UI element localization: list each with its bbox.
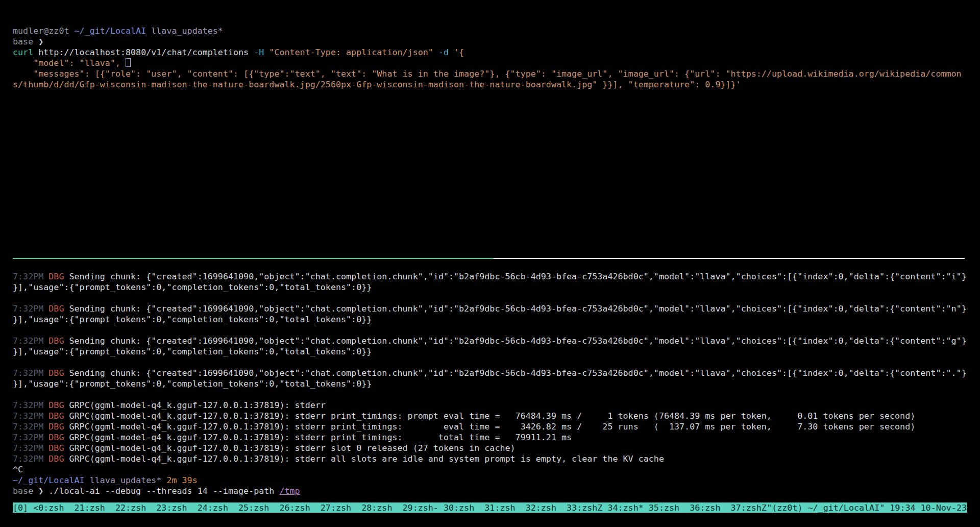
local-ai-command: ./local-ai --debug --threads 14 --image-… — [48, 486, 279, 496]
pane-divider — [13, 258, 965, 259]
sigint-line: ^C — [13, 464, 967, 475]
prompt-arrow: ❯ — [38, 486, 48, 496]
log-line: 7:32PM DBG Sending chunk: {"created":169… — [13, 368, 967, 378]
json-messages-line: "messages": [{"role": "user", "content":… — [13, 68, 962, 79]
log-line: 7:32PM DBG Sending chunk: {"created":169… — [13, 336, 967, 346]
curl-command-line: curl http://localhost:8080/v1/chat/compl… — [13, 47, 962, 58]
tmux-status-right: "(zz0t) ~/_git/LocalAI" 19:34 10-Nov-23 — [767, 502, 967, 513]
command-url: http://localhost:8080/v1/chat/completion… — [38, 47, 254, 57]
log-line: 7:32PM DBG Sending chunk: {"created":169… — [13, 303, 967, 314]
prompt-arrow: ❯ — [38, 36, 43, 46]
top-pane: mudler@zz0t ~/_git/LocalAI llava_updates… — [13, 26, 962, 90]
log-line: 7:32PM DBG GRPC(ggml-model-q4_k.gguf-127… — [13, 432, 967, 443]
prompt-line-4: base ❯ ./local-ai --debug --threads 14 -… — [13, 486, 967, 496]
prompt-user-host: mudler@zz0t — [13, 26, 75, 36]
log-line-blank — [13, 389, 967, 400]
pane-divider-inactive-segment — [494, 258, 965, 259]
json-open: '{ — [454, 47, 464, 57]
terminal-screen[interactable]: mudler@zz0t ~/_git/LocalAI llava_updates… — [0, 0, 980, 527]
prompt-cwd: ~/_git/LocalAI — [75, 26, 152, 36]
log-line: 7:32PM DBG GRPC(ggml-model-q4_k.gguf-127… — [13, 443, 967, 453]
log-line-blank — [13, 293, 967, 303]
command-name: curl — [13, 47, 38, 57]
log-line: 7:32PM DBG GRPC(ggml-model-q4_k.gguf-127… — [13, 411, 967, 421]
venv-name: base — [13, 36, 38, 46]
log-line: }],"usage":{"prompt_tokens":0,"completio… — [13, 346, 967, 357]
prompt-cwd: ~/_git/LocalAI — [13, 475, 90, 485]
log-line: 7:32PM DBG GRPC(ggml-model-q4_k.gguf-127… — [13, 453, 967, 464]
log-line-blank — [13, 357, 967, 368]
log-line: 7:32PM DBG GRPC(ggml-model-q4_k.gguf-127… — [13, 421, 967, 432]
text-cursor — [126, 58, 131, 67]
json-messages-wrap-line: s/thumb/d/dd/Gfp-wisconsin-madison-the-n… — [13, 79, 962, 90]
log-line: 7:32PM DBG Sending chunk: {"created":169… — [13, 271, 967, 282]
prompt-line-1: mudler@zz0t ~/_git/LocalAI llava_updates… — [13, 26, 962, 36]
tmp-path-link[interactable]: /tmp — [279, 486, 300, 496]
log-line-blank — [13, 325, 967, 336]
tmux-status-bar[interactable]: [0] <0:zsh 21:zsh 22:zsh 23:zsh 24:zsh 2… — [13, 502, 967, 513]
log-line: }],"usage":{"prompt_tokens":0,"completio… — [13, 314, 967, 325]
log-pane: 7:32PM DBG Sending chunk: {"created":169… — [13, 271, 967, 496]
content-type-string: "Content-Type: application/json" — [269, 47, 438, 57]
prompt-line-2: base ❯ — [13, 36, 962, 47]
log-line: 7:32PM DBG GRPC(ggml-model-q4_k.gguf-127… — [13, 400, 967, 411]
git-branch: llava_updates* — [90, 475, 167, 485]
command-duration: 2m 39s — [166, 475, 197, 485]
flag-h: -H — [254, 47, 269, 57]
log-line: }],"usage":{"prompt_tokens":0,"completio… — [13, 282, 967, 293]
pane-divider-active-segment — [13, 258, 494, 259]
flag-d: -d — [438, 47, 454, 57]
venv-name: base — [13, 486, 38, 496]
json-model-line: "model": "llava", — [13, 58, 962, 68]
prompt-line-3: ~/_git/LocalAI llava_updates* 2m 39s — [13, 475, 967, 486]
git-branch: llava_updates* — [151, 26, 223, 36]
tmux-window-list: [0] <0:zsh 21:zsh 22:zsh 23:zsh 24:zsh 2… — [13, 502, 767, 513]
log-line: }],"usage":{"prompt_tokens":0,"completio… — [13, 378, 967, 389]
